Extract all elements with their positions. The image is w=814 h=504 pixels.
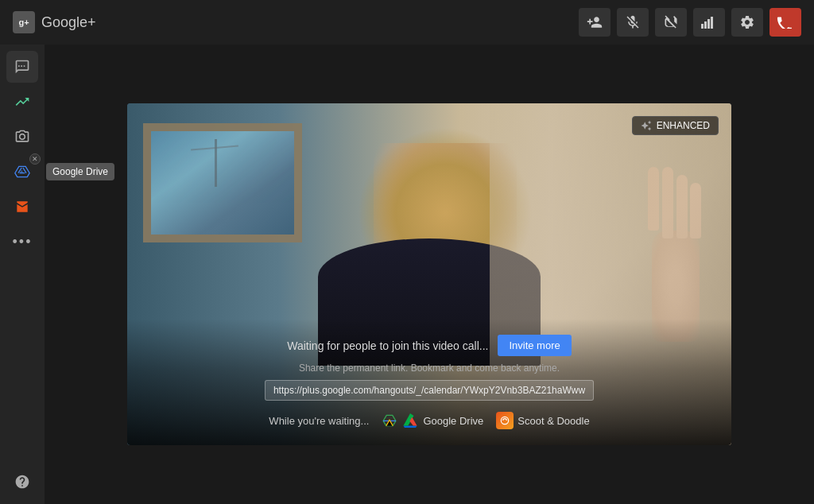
google-drive-app[interactable]: Google Drive bbox=[382, 413, 483, 428]
svg-rect-4 bbox=[707, 19, 710, 29]
sidebar-item-store[interactable] bbox=[6, 191, 38, 223]
video-container: ENHANCED Waiting for people to join this… bbox=[127, 103, 731, 445]
scoot-doodle-label: Scoot & Doodle bbox=[517, 415, 589, 427]
main-content: ✕ Google Drive ••• bbox=[0, 45, 814, 504]
sidebar-item-camera[interactable] bbox=[6, 121, 38, 153]
enhanced-badge: ENHANCED bbox=[632, 116, 719, 135]
sidebar-item-trending[interactable] bbox=[6, 86, 38, 118]
logo-text: Google+ bbox=[41, 14, 96, 31]
sidebar-item-drive[interactable]: ✕ Google Drive bbox=[6, 156, 38, 188]
scoot-doodle-icon bbox=[496, 412, 514, 429]
mute-mic-button[interactable] bbox=[617, 8, 649, 37]
end-call-button[interactable] bbox=[769, 8, 801, 37]
google-plus-logo: g+ Google+ bbox=[13, 11, 96, 33]
signal-button[interactable] bbox=[693, 8, 725, 37]
help-button[interactable] bbox=[6, 466, 38, 498]
while-waiting-row: While you're waiting... bbox=[143, 412, 715, 429]
video-overlay: Waiting for people to join this video ca… bbox=[127, 319, 731, 445]
share-text: Share the permanent link. Bookmark and c… bbox=[143, 362, 715, 374]
toggle-video-button[interactable] bbox=[655, 8, 687, 37]
close-badge[interactable]: ✕ bbox=[29, 153, 41, 165]
svg-rect-3 bbox=[704, 21, 707, 29]
add-person-button[interactable] bbox=[579, 8, 610, 37]
waiting-text: Waiting for people to join this video ca… bbox=[287, 339, 488, 352]
top-bar: g+ Google+ bbox=[0, 0, 814, 45]
scoot-doodle-app[interactable]: Scoot & Doodle bbox=[496, 412, 589, 429]
enhanced-text: ENHANCED bbox=[657, 120, 710, 131]
sidebar: ✕ Google Drive ••• bbox=[0, 45, 45, 504]
svg-text:g+: g+ bbox=[18, 17, 29, 27]
svg-rect-2 bbox=[701, 24, 704, 29]
video-area: ENHANCED Waiting for people to join this… bbox=[45, 45, 814, 504]
permanent-link[interactable]: https://plus.google.com/hangouts/_/calen… bbox=[265, 380, 594, 401]
sidebar-item-more[interactable]: ••• bbox=[6, 226, 38, 258]
painting-content bbox=[151, 131, 294, 235]
gplus-icon: g+ bbox=[13, 11, 35, 33]
waiting-row: Waiting for people to join this video ca… bbox=[143, 335, 715, 356]
google-drive-label: Google Drive bbox=[423, 415, 483, 427]
settings-button[interactable] bbox=[731, 8, 763, 37]
sidebar-item-chat[interactable] bbox=[6, 51, 38, 83]
toolbar-icons bbox=[579, 8, 801, 37]
svg-point-6 bbox=[502, 417, 509, 424]
while-waiting-label: While you're waiting... bbox=[269, 415, 369, 427]
invite-more-button[interactable]: Invite more bbox=[498, 335, 571, 356]
svg-rect-5 bbox=[711, 17, 713, 29]
